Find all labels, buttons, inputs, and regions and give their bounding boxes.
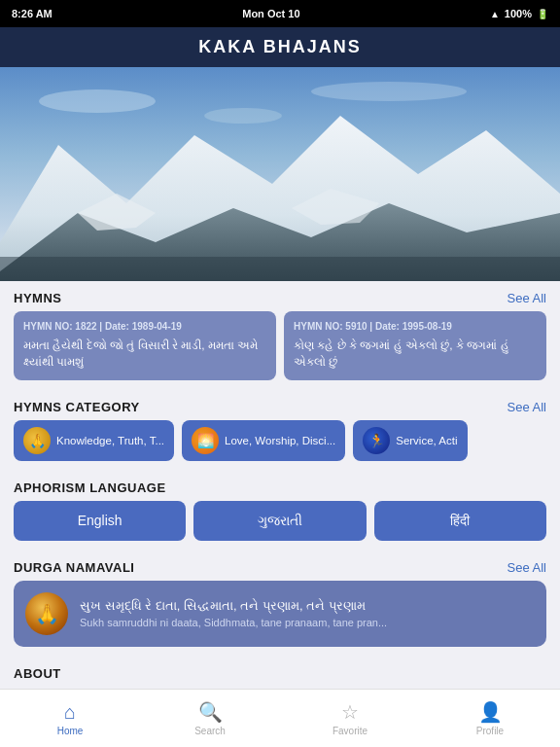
- nav-favorite-label: Favorite: [332, 726, 368, 736]
- language-row: English ગુજરાતી हिंदी: [14, 501, 546, 541]
- hymn-card-2-text: કોણ કહે છે કે જગમાં હું એકલો છું, કે જગમ…: [294, 338, 537, 371]
- durga-section-header: DURGA NAMAVALI See All: [0, 551, 560, 581]
- hymn-card-1-header: HYMN NO: 1822 | Date: 1989-04-19: [23, 321, 266, 332]
- category-chip-love[interactable]: 🌅 Love, Worship, Disci...: [182, 420, 345, 461]
- hero-image: [0, 67, 560, 281]
- category-row: 🙏 Knowledge, Truth, T... 🌅 Love, Worship…: [0, 420, 560, 471]
- hymns-category-label: HYMNS CATEGORY: [14, 400, 140, 414]
- durga-english-text: Sukh samruddhi ni daata, Siddhmata, tane…: [80, 617, 535, 628]
- nav-search[interactable]: 🔍 Search: [140, 700, 280, 736]
- knowledge-icon: 🙏: [23, 427, 51, 454]
- hymns-see-all[interactable]: See All: [508, 291, 546, 305]
- svg-point-8: [204, 108, 282, 124]
- wifi-icon: ▲: [490, 9, 500, 19]
- service-icon: 🏃: [363, 427, 390, 454]
- status-bar: 8:26 AM Mon Oct 10 ▲ 100% 🔋: [0, 0, 560, 27]
- nav-home[interactable]: ⌂ Home: [0, 701, 140, 736]
- love-icon: 🌅: [192, 427, 219, 454]
- hymn-card-1-text: મમતા હૈયેથી દેજો જો તું વિસારી રે માડી, …: [23, 338, 266, 371]
- about-label: ABOUT: [14, 666, 61, 681]
- hymn-card-2[interactable]: HYMN NO: 5910 | Date: 1995-08-19 કોણ કહે…: [284, 311, 546, 380]
- hymns-label: HYMNS: [14, 291, 61, 305]
- lang-btn-english[interactable]: English: [14, 501, 186, 541]
- profile-icon: 👤: [478, 700, 503, 724]
- hymn-card-1[interactable]: HYMN NO: 1822 | Date: 1989-04-19 મમતા હૈ…: [14, 311, 276, 380]
- search-icon: 🔍: [198, 700, 223, 724]
- hymn-card-2-header: HYMN NO: 5910 | Date: 1995-08-19: [294, 321, 537, 332]
- aphorism-label: APHORISM LANGUAGE: [14, 480, 166, 495]
- main-scroll[interactable]: KAKA BHAJANS: [0, 27, 560, 747]
- durga-see-all[interactable]: See All: [508, 560, 546, 575]
- durga-card[interactable]: 🙏 સુખ સમૃદ્ધિ રે દાતા, સિદ્ધમાતા, તને પ્…: [14, 581, 546, 647]
- favorite-icon: ☆: [341, 700, 359, 724]
- knowledge-label: Knowledge, Truth, T...: [56, 435, 164, 446]
- lang-btn-gujarati[interactable]: ગુજરાતી: [193, 501, 366, 541]
- bottom-nav: ⌂ Home 🔍 Search ☆ Favorite 👤 Profile: [0, 689, 560, 747]
- nav-profile-label: Profile: [476, 726, 504, 736]
- durga-avatar: 🙏: [25, 592, 68, 635]
- battery-icon: 🔋: [537, 9, 548, 19]
- nav-home-label: Home: [57, 726, 84, 736]
- about-section-header: ABOUT: [0, 657, 560, 687]
- durga-section: DURGA NAMAVALI See All 🙏 સુખ સમૃદ્ધિ રે …: [0, 551, 560, 657]
- durga-label: DURGA NAMAVALI: [14, 560, 134, 575]
- svg-point-7: [311, 82, 467, 101]
- home-icon: ⌂: [64, 701, 76, 724]
- category-chip-knowledge[interactable]: 🙏 Knowledge, Truth, T...: [14, 420, 174, 461]
- durga-gujarati-text: સુખ સમૃદ્ધિ રે દાતા, સિદ્ધમાતા, તને પ્રણ…: [80, 598, 535, 614]
- hymns-category-section-header: HYMNS CATEGORY See All: [0, 390, 560, 420]
- lang-btn-hindi[interactable]: हिंदी: [374, 501, 546, 541]
- language-section: English ગુજરાતી हिंदी: [0, 501, 560, 551]
- category-chip-service[interactable]: 🏃 Service, Acti: [353, 420, 467, 461]
- svg-rect-5: [0, 257, 560, 281]
- hymns-row: HYMN NO: 1822 | Date: 1989-04-19 મમતા હૈ…: [0, 311, 560, 390]
- durga-text-block: સુખ સમૃદ્ધિ રે દાતા, સિદ્ધમાતા, તને પ્રણ…: [80, 598, 535, 628]
- hymns-category-see-all[interactable]: See All: [508, 400, 546, 414]
- status-day: Mon Oct 10: [242, 8, 299, 19]
- status-time: 8:26 AM: [12, 8, 52, 19]
- hymns-section-header: HYMNS See All: [0, 281, 560, 311]
- love-label: Love, Worship, Disci...: [225, 435, 335, 446]
- nav-search-label: Search: [194, 726, 226, 736]
- nav-favorite[interactable]: ☆ Favorite: [280, 700, 420, 736]
- app-title-bar: KAKA BHAJANS: [0, 27, 560, 67]
- service-label: Service, Acti: [396, 435, 457, 446]
- svg-point-6: [39, 89, 156, 113]
- nav-profile[interactable]: 👤 Profile: [420, 700, 560, 736]
- app-title: KAKA BHAJANS: [0, 37, 560, 57]
- aphorism-section-header: APHORISM LANGUAGE: [0, 471, 560, 501]
- signal-strength: 100%: [505, 8, 532, 19]
